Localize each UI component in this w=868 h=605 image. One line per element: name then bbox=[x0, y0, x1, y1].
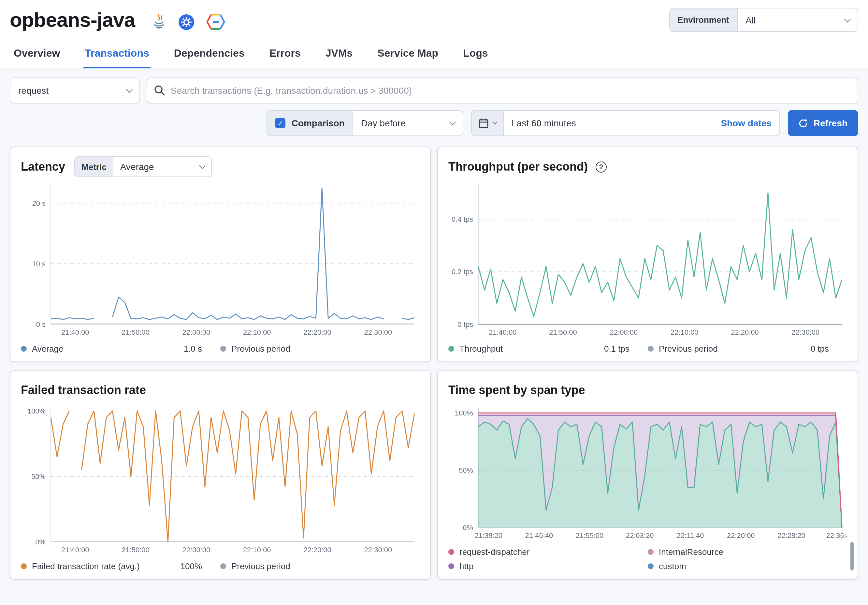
svg-text:0%: 0% bbox=[35, 538, 46, 546]
failed-transaction-rate-panel: Failed transaction rate 0%50%100%21:40:0… bbox=[10, 370, 431, 580]
svg-text:22:00:00: 22:00:00 bbox=[610, 328, 638, 336]
chevron-down-icon bbox=[126, 86, 133, 93]
tab-errors[interactable]: Errors bbox=[268, 40, 302, 68]
show-dates-link[interactable]: Show dates bbox=[713, 118, 780, 128]
legend-item-previous-period[interactable]: Previous period bbox=[220, 344, 420, 354]
comparison-toggle[interactable]: ✓ Comparison bbox=[268, 111, 353, 135]
legend-dot bbox=[21, 563, 27, 569]
latency-panel: Latency Metric Average 0 s10 s20 s21:40:… bbox=[10, 147, 431, 362]
chevron-down-icon bbox=[493, 120, 497, 124]
svg-text:21:40:00: 21:40:00 bbox=[61, 328, 89, 336]
svg-text:22:30:00: 22:30:00 bbox=[792, 328, 820, 336]
transaction-type-select[interactable]: request bbox=[10, 77, 140, 104]
metric-value: Average bbox=[120, 161, 154, 172]
refresh-button[interactable]: Refresh bbox=[788, 110, 858, 136]
search-input[interactable] bbox=[147, 77, 858, 104]
svg-text:22:20:00: 22:20:00 bbox=[303, 546, 332, 554]
comparison-select[interactable]: Day before bbox=[353, 111, 463, 135]
legend-label: custom bbox=[659, 562, 686, 571]
failed-rate-legend: Failed transaction rate (avg.)100%Previo… bbox=[21, 555, 420, 574]
refresh-label: Refresh bbox=[814, 118, 848, 128]
page-content: request ✓ Comparison bbox=[0, 68, 868, 605]
latency-chart[interactable]: 0 s10 s20 s21:40:0021:50:0022:00:0022:10… bbox=[21, 180, 420, 337]
metric-select[interactable]: Average bbox=[114, 157, 211, 176]
legend-label: InternalResource bbox=[659, 547, 723, 557]
svg-text:22:03:20: 22:03:20 bbox=[626, 531, 654, 540]
tab-overview[interactable]: Overview bbox=[12, 40, 61, 68]
legend-item-previous-period[interactable]: Previous period bbox=[220, 562, 420, 571]
svg-text:100%: 100% bbox=[27, 407, 46, 415]
svg-text:20 s: 20 s bbox=[32, 199, 46, 207]
legend-value: 100% bbox=[180, 562, 202, 571]
environment-filter: Environment All bbox=[669, 8, 858, 32]
java-icon bbox=[152, 13, 166, 30]
legend-item-failed-transaction-rate-avg-[interactable]: Failed transaction rate (avg.)100% bbox=[21, 562, 220, 571]
tab-service-map[interactable]: Service Map bbox=[376, 40, 440, 68]
svg-text:50%: 50% bbox=[31, 472, 46, 481]
svg-text:22:20:00: 22:20:00 bbox=[727, 531, 755, 540]
svg-text:22:28:20: 22:28:20 bbox=[777, 531, 806, 540]
svg-text:21:50:00: 21:50:00 bbox=[121, 546, 150, 554]
legend-dot bbox=[448, 346, 454, 352]
span-type-title: Time spent by span type bbox=[448, 383, 585, 397]
legend-label: Average bbox=[32, 344, 63, 354]
legend-dot bbox=[648, 549, 654, 555]
environment-value: All bbox=[746, 15, 756, 25]
svg-text:50%: 50% bbox=[459, 466, 473, 474]
svg-text:22:20:00: 22:20:00 bbox=[303, 328, 332, 336]
legend-item-internalresource[interactable]: InternalResource bbox=[648, 547, 847, 557]
legend-dot bbox=[220, 563, 226, 569]
calendar-icon bbox=[478, 118, 489, 128]
legend-dot bbox=[648, 346, 654, 352]
svg-text:0%: 0% bbox=[463, 524, 473, 532]
legend-item-http[interactable]: http bbox=[448, 562, 648, 571]
environment-label: Environment bbox=[670, 8, 738, 31]
legend-item-custom[interactable]: custom bbox=[648, 562, 847, 571]
transaction-type-value: request bbox=[18, 85, 48, 96]
legend-label: Previous period bbox=[659, 344, 718, 354]
tab-dependencies[interactable]: Dependencies bbox=[173, 40, 246, 68]
svg-text:21:55:00: 21:55:00 bbox=[576, 531, 604, 540]
help-icon[interactable]: ? bbox=[595, 161, 607, 172]
svg-text:0 s: 0 s bbox=[36, 320, 46, 328]
svg-text:0 tps: 0 tps bbox=[457, 320, 473, 328]
throughput-chart[interactable]: 0 tps0.2 tps0.4 tps21:40:0021:50:0022:00… bbox=[448, 180, 847, 337]
legend-label: Previous period bbox=[231, 344, 290, 354]
legend-dot bbox=[21, 346, 27, 352]
legend-scrollbar[interactable] bbox=[850, 542, 854, 571]
span-type-legend: request-dispatcherInternalResourcehttpcu… bbox=[448, 540, 847, 574]
svg-text:10 s: 10 s bbox=[32, 260, 46, 268]
search-box bbox=[147, 77, 858, 104]
tab-transactions[interactable]: Transactions bbox=[84, 40, 150, 68]
environment-select[interactable]: All bbox=[738, 8, 857, 31]
date-picker: Last 60 minutes Show dates bbox=[471, 110, 780, 136]
nav-tabs: OverviewTransactionsDependenciesErrorsJV… bbox=[0, 40, 868, 68]
failed-transaction-rate-chart[interactable]: 0%50%100%21:40:0021:50:0022:00:0022:10:0… bbox=[21, 403, 420, 555]
legend-label: Failed transaction rate (avg.) bbox=[32, 562, 140, 571]
tab-jvms[interactable]: JVMs bbox=[324, 40, 354, 68]
time-range-label[interactable]: Last 60 minutes bbox=[504, 118, 713, 128]
svg-text:21:40:00: 21:40:00 bbox=[61, 546, 89, 554]
legend-item-throughput[interactable]: Throughput0.1 tps bbox=[448, 344, 648, 354]
latency-metric-control: Metric Average bbox=[74, 156, 212, 177]
chevron-down-icon bbox=[844, 15, 851, 22]
svg-text:22:10:00: 22:10:00 bbox=[243, 328, 271, 336]
throughput-legend: Throughput0.1 tpsPrevious period0 tps bbox=[448, 337, 847, 356]
tab-logs[interactable]: Logs bbox=[462, 40, 489, 68]
comparison-control: ✓ Comparison Day before bbox=[267, 110, 463, 136]
time-controls: ✓ Comparison Day before bbox=[10, 110, 858, 136]
legend-label: Throughput bbox=[459, 344, 503, 354]
calendar-button[interactable] bbox=[472, 111, 504, 135]
legend-item-previous-period[interactable]: Previous period0 tps bbox=[648, 344, 847, 354]
legend-item-average[interactable]: Average1.0 s bbox=[21, 344, 220, 354]
svg-text:22:11:40: 22:11:40 bbox=[677, 531, 704, 540]
latency-title: Latency bbox=[21, 160, 65, 173]
time-spent-by-span-type-panel: Time spent by span type 0%50%100%21:38:2… bbox=[437, 370, 858, 580]
legend-item-request-dispatcher[interactable]: request-dispatcher bbox=[448, 547, 648, 557]
tech-badges bbox=[152, 13, 225, 30]
failed-rate-title: Failed transaction rate bbox=[21, 383, 146, 397]
time-spent-by-span-type-chart[interactable]: 0%50%100%21:38:2021:46:4021:55:0022:03:2… bbox=[448, 403, 847, 540]
legend-label: request-dispatcher bbox=[459, 547, 530, 557]
comparison-checkbox[interactable]: ✓ bbox=[275, 118, 286, 128]
comparison-label: Comparison bbox=[291, 118, 345, 128]
